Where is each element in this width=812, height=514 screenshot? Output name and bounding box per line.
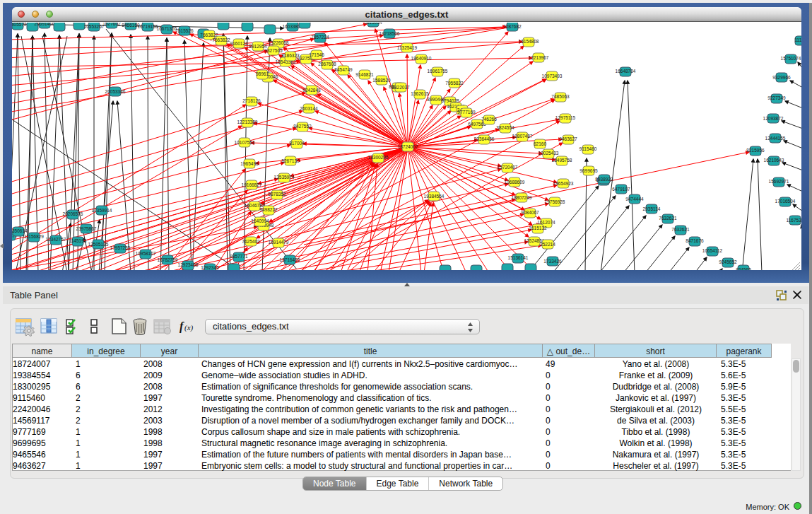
svg-text:12342757: 12342757 xyxy=(46,237,66,242)
svg-text:12975115: 12975115 xyxy=(555,115,576,120)
svg-text:15136141: 15136141 xyxy=(508,255,529,260)
svg-text:1965498: 1965498 xyxy=(240,161,259,166)
svg-text:f: f xyxy=(180,320,184,333)
svg-text:18495758: 18495758 xyxy=(552,158,572,163)
svg-text:1292346: 1292346 xyxy=(201,265,219,270)
svg-text:8427552: 8427552 xyxy=(293,124,312,129)
svg-text:15692971: 15692971 xyxy=(769,179,789,184)
svg-text:9474444: 9474444 xyxy=(625,197,644,201)
svg-text:1615132: 1615132 xyxy=(529,226,547,230)
svg-text:10719155: 10719155 xyxy=(138,24,158,29)
svg-text:9115460: 9115460 xyxy=(579,146,597,151)
svg-text:9463627: 9463627 xyxy=(559,136,577,141)
svg-text:11124: 11124 xyxy=(794,37,801,42)
svg-text:16154808: 16154808 xyxy=(519,39,539,44)
svg-text:817004: 817004 xyxy=(289,141,305,146)
svg-text:746266: 746266 xyxy=(481,117,497,122)
svg-text:9498222: 9498222 xyxy=(259,207,278,212)
svg-text:7625402: 7625402 xyxy=(242,239,260,244)
svg-text:23975867: 23975867 xyxy=(76,226,97,231)
svg-text:16782759: 16782759 xyxy=(158,257,178,262)
svg-text:2603144: 2603144 xyxy=(300,106,318,111)
svg-text:2718126: 2718126 xyxy=(242,98,261,103)
svg-text:16914479: 16914479 xyxy=(269,240,289,245)
svg-text:18300295: 18300295 xyxy=(368,155,389,160)
svg-text:9160124: 9160124 xyxy=(230,41,248,46)
svg-text:12093872: 12093872 xyxy=(763,116,784,121)
svg-text:19218506: 19218506 xyxy=(379,31,400,36)
svg-text:17016504: 17016504 xyxy=(775,199,796,204)
svg-text:10654112: 10654112 xyxy=(702,248,723,253)
svg-text:13226058: 13226058 xyxy=(269,40,289,45)
svg-text:10025433: 10025433 xyxy=(539,151,559,156)
svg-text:6479197: 6479197 xyxy=(612,187,630,192)
svg-text:62160: 62160 xyxy=(534,141,546,146)
svg-text:20364456: 20364456 xyxy=(474,136,495,141)
svg-text:13535974: 13535974 xyxy=(274,175,295,180)
svg-text:19384554: 19384554 xyxy=(424,194,445,199)
svg-text:15751074: 15751074 xyxy=(781,56,801,61)
svg-text:19654923: 19654923 xyxy=(553,181,574,186)
svg-text:17359914: 17359914 xyxy=(92,208,112,213)
svg-text:9777169: 9777169 xyxy=(457,110,476,115)
svg-text:252214: 252214 xyxy=(540,242,555,247)
svg-text:12213389: 12213389 xyxy=(237,119,258,124)
svg-text:9227349: 9227349 xyxy=(767,95,786,100)
svg-text:8822037: 8822037 xyxy=(392,85,410,90)
svg-text:8267130: 8267130 xyxy=(281,158,300,163)
svg-text:18807249: 18807249 xyxy=(512,195,532,200)
svg-text:10973493: 10973493 xyxy=(542,74,563,78)
svg-text:10958107: 10958107 xyxy=(136,251,156,256)
svg-text:98961: 98961 xyxy=(256,71,269,76)
svg-text:1640994: 1640994 xyxy=(251,218,269,223)
svg-text:19166827: 19166827 xyxy=(242,182,262,187)
svg-text:4350614: 4350614 xyxy=(12,228,28,233)
svg-text:9084067: 9084067 xyxy=(521,210,539,215)
svg-text:10688609: 10688609 xyxy=(505,180,525,185)
svg-text:1733426: 1733426 xyxy=(543,259,562,264)
svg-text:(x): (x) xyxy=(184,323,194,332)
svg-text:16210643: 16210643 xyxy=(764,158,784,163)
svg-text:9245652: 9245652 xyxy=(719,259,737,264)
svg-text:1527602: 1527602 xyxy=(102,23,121,26)
svg-text:1167533: 1167533 xyxy=(787,218,801,223)
svg-text:7632621: 7632621 xyxy=(659,216,677,221)
svg-text:16671355: 16671355 xyxy=(157,26,177,31)
svg-text:9857771: 9857771 xyxy=(230,254,248,259)
svg-text:10807487: 10807487 xyxy=(512,134,533,139)
svg-text:9327505: 9327505 xyxy=(264,48,283,53)
svg-text:7515526: 7515526 xyxy=(175,28,194,33)
svg-text:12505135: 12505135 xyxy=(88,242,109,247)
svg-text:2087682: 2087682 xyxy=(503,24,522,29)
svg-text:924565: 924565 xyxy=(736,267,751,270)
svg-text:7955822: 7955822 xyxy=(445,81,464,86)
svg-text:1145193: 1145193 xyxy=(69,238,87,243)
svg-text:7857224: 7857224 xyxy=(311,35,329,40)
svg-text:18724007: 18724007 xyxy=(398,144,418,149)
svg-text:12444155: 12444155 xyxy=(765,136,786,141)
svg-text:9329966: 9329966 xyxy=(772,75,791,80)
svg-text:16648784: 16648784 xyxy=(616,69,636,74)
svg-text:15716485: 15716485 xyxy=(280,257,300,262)
svg-text:8878352: 8878352 xyxy=(268,192,286,197)
svg-text:8938923: 8938923 xyxy=(595,177,613,182)
svg-text:7663822: 7663822 xyxy=(212,37,230,42)
svg-text:8215956: 8215956 xyxy=(746,148,765,153)
svg-text:11156829: 11156829 xyxy=(24,234,44,239)
svg-text:18640910: 18640910 xyxy=(411,56,432,61)
svg-text:2405572: 2405572 xyxy=(12,23,27,27)
svg-text:20691406: 20691406 xyxy=(35,23,55,26)
svg-text:12213967: 12213967 xyxy=(529,55,549,60)
svg-text:15720407: 15720407 xyxy=(498,165,518,170)
svg-text:1362615: 1362615 xyxy=(411,91,429,96)
svg-text:7632621: 7632621 xyxy=(671,227,690,232)
svg-text:17957255: 17957255 xyxy=(110,245,131,250)
svg-text:20053346: 20053346 xyxy=(105,89,126,94)
svg-text:8813054: 8813054 xyxy=(364,23,382,25)
svg-text:9242848: 9242848 xyxy=(302,88,321,93)
svg-text:9146821: 9146821 xyxy=(355,72,374,77)
svg-text:171546: 171546 xyxy=(309,52,324,57)
svg-text:20206576: 20206576 xyxy=(63,211,83,216)
svg-text:16961755: 16961755 xyxy=(428,69,448,74)
svg-text:10107554: 10107554 xyxy=(235,140,255,145)
